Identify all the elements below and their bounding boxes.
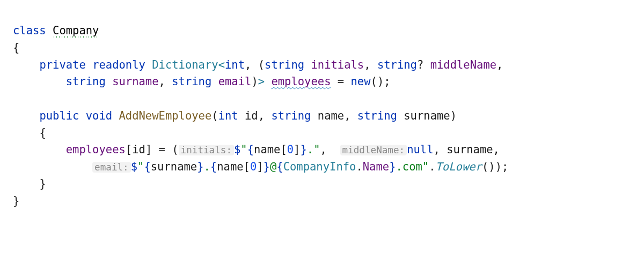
line-2: {: [13, 41, 19, 54]
keyword-class: class: [13, 24, 46, 37]
line-11: }: [13, 195, 19, 207]
prop-name: Name: [363, 160, 389, 173]
keyword-null: null: [407, 143, 433, 156]
field-employees: employees: [271, 75, 331, 88]
inlay-hint-email: email:: [92, 162, 131, 173]
line-6: public void AddNewEmployee(int id, strin…: [13, 109, 457, 122]
tuple-email: email: [218, 75, 252, 88]
line-3: private readonly Dictionary<int, (string…: [13, 58, 503, 71]
type-int: int: [225, 58, 245, 71]
line-1: class Company: [13, 24, 99, 38]
keyword-new: new: [351, 75, 371, 88]
angle-open: <: [218, 58, 225, 71]
type-dictionary: Dictionary: [152, 58, 218, 71]
type-string: string: [265, 58, 304, 71]
param-name: name: [318, 109, 344, 122]
code-editor[interactable]: class Company { private readonly Diction…: [0, 0, 644, 222]
keyword-private: private: [39, 58, 85, 71]
tuple-initials: initials: [311, 58, 364, 71]
field-employees-ref: employees: [66, 143, 126, 156]
line-10: }: [13, 177, 46, 190]
method-tolower: ToLower: [436, 160, 482, 173]
line-9: email:$"{surname}.{name[0]}@{CompanyInfo…: [13, 160, 508, 173]
keyword-public: public: [39, 109, 79, 122]
line-8: employees[id] = (initials:$"{name[0]}.",…: [13, 143, 500, 156]
inlay-hint-initials: initials:: [179, 145, 234, 155]
tuple-surname: surname: [112, 75, 158, 88]
inlay-hint-middlename: middleName:: [340, 145, 407, 155]
line-7: {: [13, 126, 46, 139]
line-4: string surname, string email)> employees…: [13, 75, 391, 88]
param-id: id: [245, 109, 258, 122]
angle-close: >: [258, 75, 265, 88]
class-name: Company: [53, 24, 99, 38]
param-surname: surname: [404, 109, 450, 122]
keyword-void: void: [86, 109, 112, 122]
method-name: AddNewEmployee: [119, 109, 212, 122]
type-companyinfo: CompanyInfo: [283, 160, 356, 173]
tuple-middlename: middleName: [430, 58, 496, 71]
keyword-readonly: readonly: [92, 58, 145, 71]
brace-open: {: [13, 41, 19, 54]
